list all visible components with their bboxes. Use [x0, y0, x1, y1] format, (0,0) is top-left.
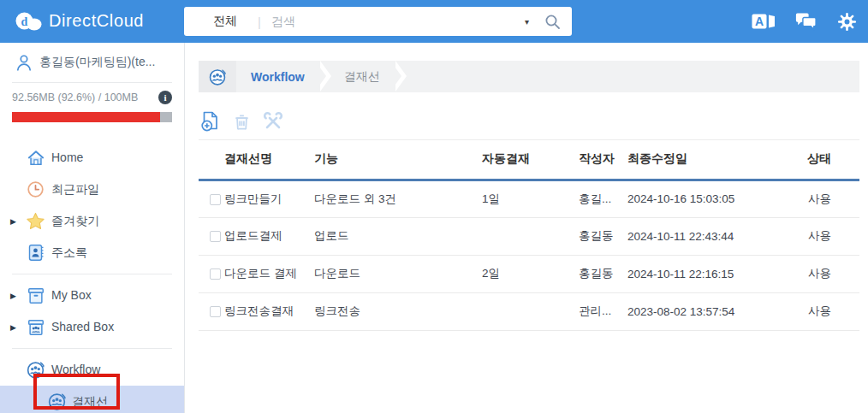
cell-status: 사용 [769, 180, 859, 217]
table-row[interactable]: 링크만들기 다운로드 외 3건 1일 홍길... 2024-10-16 15:0… [199, 180, 859, 217]
sidebar-item-favorites[interactable]: ▶ 즐겨찾기 [0, 205, 184, 237]
chevron-down-icon[interactable]: ▾ [525, 17, 529, 27]
cell-auto-approval [482, 217, 579, 255]
workflow-icon [208, 68, 227, 86]
cell-auto-approval: 2일 [482, 255, 579, 292]
cell-name: 링크만들기 [224, 180, 314, 217]
svg-text:A: A [755, 15, 764, 28]
sidebar-item-workflow[interactable]: Workflow [0, 354, 184, 386]
sidebar-item-my-box[interactable]: ▶ My Box [0, 280, 184, 311]
storage-usage-text: 92.56MB (92.6%) / 100MB [12, 91, 138, 103]
sidebar-item-label: 최근파일 [51, 182, 99, 198]
svg-text:d: d [21, 15, 28, 28]
expand-arrow-icon[interactable]: ▶ [10, 292, 16, 300]
approval-line-icon [47, 392, 67, 411]
cell-status: 사용 [769, 217, 859, 255]
translate-icon[interactable]: A [752, 13, 776, 30]
workflow-icon [26, 360, 45, 380]
header-checkbox-spacer [199, 140, 224, 180]
logo-text: DirectCloud [49, 11, 144, 31]
user-profile[interactable]: 홍길동(마케팅팀)(te... [0, 43, 184, 82]
cell-author: 홍길동 [579, 217, 627, 255]
tools-button[interactable] [263, 111, 283, 132]
row-checkbox[interactable] [210, 231, 221, 242]
settings-gear-icon[interactable] [837, 12, 857, 32]
sidebar-item-recent-files[interactable]: 최근파일 [0, 174, 184, 205]
sidebar-item-approval-line[interactable]: 결재선 [0, 386, 184, 413]
row-checkbox[interactable] [210, 306, 221, 317]
cloud-logo-icon: d [15, 11, 42, 31]
cell-author: 관리... [579, 292, 627, 330]
info-icon[interactable]: i [158, 91, 172, 104]
expand-arrow-icon[interactable]: ▶ [10, 323, 16, 332]
sidebar-item-label: 결재선 [72, 394, 108, 410]
table-row[interactable]: 링크전송결재 링크전송 관리... 2023-08-02 13:57:54 사용 [199, 292, 859, 330]
cell-function: 다운로드 [314, 255, 482, 292]
my-box-icon [26, 286, 45, 305]
sidebar-nav: Home 최근파일 ▶ 즐겨찾기 [0, 142, 184, 413]
sidebar-item-label: 즐겨찾기 [51, 214, 99, 229]
sidebar-item-shared-box[interactable]: ▶ Shared Box [0, 311, 184, 343]
cell-modified: 2024-10-11 22:16:15 [627, 255, 769, 292]
expand-arrow-icon[interactable]: ▶ [10, 217, 16, 226]
header-author: 작성자 [579, 140, 627, 180]
search-divider: | [258, 15, 261, 29]
user-name: 홍길동(마케팅팀)(te... [39, 55, 155, 70]
toolbar [199, 109, 859, 140]
breadcrumb-root[interactable]: Workflow [251, 70, 305, 84]
sidebar-item-address-book[interactable]: 주소록 [0, 237, 184, 268]
storage-progress-bar [12, 112, 172, 122]
cell-auto-approval [482, 292, 579, 330]
cell-modified: 2024-10-11 22:43:44 [627, 217, 769, 255]
cell-status: 사용 [769, 255, 859, 292]
cell-author: 홍길... [579, 180, 627, 217]
table-header-row: 결재선명 기능 자동결재 작성자 최종수정일 상태 [199, 140, 859, 180]
cell-name: 링크전송결재 [224, 292, 314, 330]
cell-name: 업로드결제 [224, 217, 314, 255]
search-box: 전체 | ▾ [184, 7, 572, 36]
sidebar-item-label: 주소록 [51, 245, 87, 261]
cell-function: 링크전송 [314, 292, 482, 330]
header-last-modified: 최종수정일 [627, 140, 769, 180]
header-status: 상태 [769, 140, 859, 180]
messages-icon[interactable] [795, 12, 817, 31]
search-input[interactable] [271, 15, 525, 28]
row-checkbox[interactable] [210, 194, 221, 205]
sidebar-item-home[interactable]: Home [0, 142, 184, 174]
cell-auto-approval: 1일 [482, 180, 579, 217]
breadcrumb-current: 결재선 [344, 69, 380, 85]
header-approval-line-name: 결재선명 [224, 140, 314, 180]
cell-author: 홍길동 [579, 255, 627, 292]
delete-button[interactable] [232, 111, 252, 132]
cell-modified: 2024-10-16 15:03:05 [627, 180, 769, 217]
search-category-select[interactable]: 전체 [213, 14, 237, 29]
breadcrumb-separator-icon [395, 61, 407, 92]
sidebar-item-label: My Box [51, 288, 92, 302]
tools-icon [263, 111, 283, 132]
star-icon [26, 211, 45, 231]
new-approval-line-button[interactable] [199, 110, 221, 133]
breadcrumb-separator-icon [320, 61, 332, 92]
sidebar-item-label: Workflow [51, 363, 100, 376]
storage-progress-fill [12, 112, 160, 122]
storage-usage: 92.56MB (92.6%) / 100MB i [0, 83, 184, 104]
sidebar-divider [12, 348, 172, 349]
sidebar-divider [12, 274, 172, 274]
cell-status: 사용 [769, 292, 859, 330]
search-icon[interactable] [544, 14, 561, 30]
row-checkbox[interactable] [210, 268, 221, 280]
topbar-actions: A [752, 0, 857, 43]
sidebar-item-label: Home [51, 150, 83, 164]
sidebar-item-label: Shared Box [51, 320, 114, 333]
home-icon [26, 148, 45, 168]
main-content: Workflow 결재선 [185, 43, 868, 413]
trash-icon [232, 111, 252, 132]
clock-icon [26, 180, 45, 199]
address-book-icon [26, 243, 45, 263]
table-row[interactable]: 업로드결제 업로드 홍길동 2024-10-11 22:43:44 사용 [199, 217, 859, 255]
add-document-icon [199, 110, 221, 133]
directcloud-logo[interactable]: d DirectCloud [15, 11, 144, 31]
cell-function: 업로드 [314, 217, 482, 255]
table-row[interactable]: 다운로드 결제 다운로드 2일 홍길동 2024-10-11 22:16:15 … [199, 255, 859, 292]
sidebar: 홍길동(마케팅팀)(te... 92.56MB (92.6%) / 100MB … [0, 43, 185, 413]
